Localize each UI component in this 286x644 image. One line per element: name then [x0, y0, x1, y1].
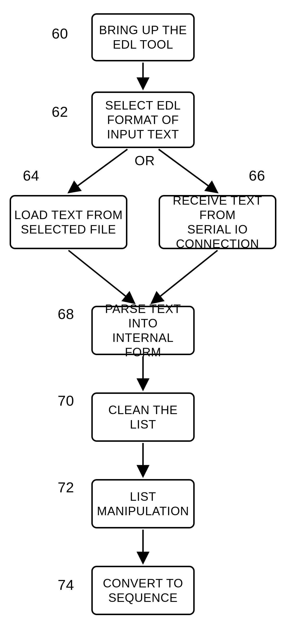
branch-label-or: OR: [135, 153, 155, 168]
node-text: LISTMANIPULATION: [97, 490, 189, 518]
node-text: LOAD TEXT FROMSELECTED FILE: [14, 208, 123, 237]
svg-line-4: [151, 250, 218, 303]
node-text: RECEIVE TEXT FROMSERIAL IOCONNECTION: [162, 193, 273, 251]
node-ref-60: 60: [52, 25, 68, 42]
flowchart-node-convert-to-sequence: CONVERT TOSEQUENCE: [91, 566, 195, 615]
flowchart-node-load-text-file: LOAD TEXT FROMSELECTED FILE: [10, 195, 127, 249]
flowchart-node-select-edl-format: SELECT EDLFORMAT OFINPUT TEXT: [91, 92, 195, 148]
svg-line-3: [68, 250, 135, 303]
flowchart-canvas: BRING UP THEEDL TOOL 60 SELECT EDLFORMAT…: [0, 0, 286, 644]
node-text: CONVERT TOSEQUENCE: [103, 576, 183, 605]
node-text: BRING UP THEEDL TOOL: [99, 23, 187, 52]
flowchart-node-clean-list: CLEAN THELIST: [91, 392, 195, 442]
node-ref-74: 74: [58, 576, 74, 593]
node-ref-64: 64: [23, 167, 39, 184]
flowchart-node-list-manipulation: LISTMANIPULATION: [91, 479, 195, 528]
flowchart-node-bring-up-edl-tool: BRING UP THEEDL TOOL: [91, 13, 195, 62]
node-ref-72: 72: [58, 479, 74, 496]
svg-line-2: [159, 149, 218, 192]
node-ref-62: 62: [52, 104, 68, 120]
flowchart-node-parse-text: PARSE TEXT INTOINTERNAL FORM: [91, 306, 195, 355]
svg-line-1: [68, 149, 127, 192]
node-ref-70: 70: [58, 392, 74, 409]
node-text: CLEAN THELIST: [108, 403, 178, 432]
node-text: SELECT EDLFORMAT OFINPUT TEXT: [105, 98, 181, 142]
node-ref-66: 66: [249, 167, 265, 184]
flowchart-node-receive-text-serial: RECEIVE TEXT FROMSERIAL IOCONNECTION: [159, 195, 276, 249]
node-text: PARSE TEXT INTOINTERNAL FORM: [95, 302, 191, 360]
node-ref-68: 68: [58, 306, 74, 322]
